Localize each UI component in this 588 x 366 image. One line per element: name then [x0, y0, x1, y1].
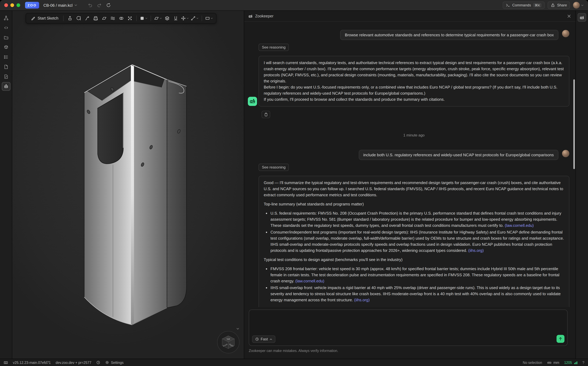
- redo-icon[interactable]: [97, 3, 102, 8]
- chevron-down-icon: [581, 4, 584, 6]
- chat-scrollbar[interactable]: [573, 79, 575, 169]
- titlebar: ZOO CB-06 / main.kcl Commands: [0, 0, 588, 11]
- settings-label: Settings: [111, 361, 124, 364]
- send-icon: [558, 337, 563, 341]
- copy-icon: [264, 112, 268, 117]
- close-panel-button[interactable]: [567, 14, 572, 18]
- zookeeper-panel-icon[interactable]: [2, 82, 10, 91]
- zookeeper-avatar: [248, 97, 257, 106]
- user-menu[interactable]: [573, 2, 584, 8]
- user-avatar: [562, 150, 569, 157]
- user-avatar: [573, 2, 580, 8]
- settings-button[interactable]: Settings: [105, 360, 124, 365]
- mode-label: Fast: [261, 337, 268, 341]
- model-speed-selector[interactable]: Fast: [252, 336, 275, 343]
- panel-title: Zookeeper: [255, 14, 274, 18]
- signal-icon: [574, 361, 577, 364]
- terminal-icon: [506, 3, 510, 7]
- network-latency[interactable]: 1205: [564, 361, 577, 364]
- refresh-icon[interactable]: [106, 3, 111, 8]
- chat-input[interactable]: [253, 312, 564, 333]
- project-name: CB-06 / main.kcl: [43, 3, 73, 8]
- commands-label: Commands: [512, 3, 531, 7]
- modeling-viewport[interactable]: Start Sketch: [12, 11, 244, 359]
- assistant-list: U.S. federal requirements: FMVSS No. 208…: [264, 210, 564, 254]
- selection-status: No selection: [523, 361, 542, 364]
- chevron-down-icon: [74, 4, 78, 6]
- share-icon: [551, 3, 555, 7]
- left-sidebar: [0, 11, 12, 359]
- view-gizmo[interactable]: Top Front Right: [217, 331, 240, 353]
- copy-message-button[interactable]: [262, 111, 270, 118]
- citation-link[interactable]: (iihs.org): [354, 298, 370, 302]
- user-message-row: include both U.S. regulatory references …: [259, 150, 569, 160]
- window-controls: [4, 3, 20, 7]
- assistant-message-wrap: I will search current standards, regulat…: [259, 56, 569, 107]
- assistant-bullet: Consumer/independent test programs (impo…: [270, 229, 564, 254]
- assistant-message: Good — I'll summarize the typical regula…: [259, 176, 569, 307]
- file-pen-icon[interactable]: [2, 72, 10, 81]
- assistant-paragraph: I will search current standards, regulat…: [264, 60, 564, 84]
- send-message-button[interactable]: [557, 335, 564, 343]
- titlebar-actions: Commands ⌘K Share: [503, 1, 584, 9]
- see-reasoning-button[interactable]: See reasoning: [259, 164, 289, 171]
- latency-value: 1205: [564, 361, 572, 364]
- assistant-bullet: FMVSS 208 frontal barrier: vehicle test …: [270, 266, 564, 284]
- citation-link[interactable]: (law.cornell.edu): [295, 279, 324, 283]
- code-icon[interactable]: [2, 23, 10, 32]
- zoo-design-studio-window: ZOO CB-06 / main.kcl Commands: [0, 0, 588, 366]
- commands-button[interactable]: Commands ⌘K: [503, 1, 545, 9]
- close-window-button[interactable]: [4, 3, 8, 7]
- gizmo-menu-chevron-icon[interactable]: [236, 328, 239, 330]
- zookeeper-icon: [248, 14, 253, 18]
- feature-tree-icon[interactable]: [2, 14, 10, 22]
- undo-icon[interactable]: [88, 3, 93, 8]
- assistant-heading: Top-line summary (what standards and pro…: [264, 201, 564, 207]
- clock-icon: [255, 337, 259, 341]
- crash-box-model[interactable]: [12, 11, 244, 359]
- timestamp: 1 minute ago: [259, 133, 569, 137]
- file-icon[interactable]: [2, 63, 10, 71]
- zookeeper-header: Zookeeper: [244, 11, 575, 22]
- help-icon[interactable]: ?: [582, 361, 584, 364]
- environment-label[interactable]: dev.zoo.dev + pr=2577: [56, 361, 91, 364]
- project-files-icon[interactable]: [2, 33, 10, 42]
- zoo-logo[interactable]: ZOO: [25, 2, 39, 8]
- assistant-heading: Typical test conditions to design agains…: [264, 257, 564, 263]
- share-button[interactable]: Share: [548, 1, 570, 9]
- see-reasoning-button[interactable]: See reasoning: [259, 44, 289, 51]
- disclaimer-text: Zookeeper can make mistakes. Always veri…: [249, 349, 575, 353]
- zookeeper-toggle-icon[interactable]: [578, 13, 586, 22]
- user-message: Browse relevant automotive standards and…: [340, 30, 558, 40]
- assistant-list: FMVSS 208 frontal barrier: vehicle test …: [264, 266, 564, 303]
- zoom-window-button[interactable]: [16, 3, 20, 7]
- right-sidebar: [575, 11, 588, 359]
- user-message: include both U.S. regulatory references …: [359, 150, 558, 160]
- statusbar: v25.12.23-main.07efd71 dev.zoo.dev + pr=…: [0, 359, 588, 366]
- app-version[interactable]: v25.12.23-main.07efd71: [13, 361, 51, 364]
- gear-icon: [105, 360, 109, 365]
- assistant-bullet: U.S. federal requirements: FMVSS No. 208…: [270, 210, 564, 229]
- assistant-message-wrap: Good — I'll summarize the typical regula…: [259, 176, 569, 307]
- minimize-window-button[interactable]: [10, 3, 14, 7]
- assistant-paragraph: Good — I'll summarize the typical regula…: [264, 180, 564, 198]
- units-selector[interactable]: mm: [547, 361, 559, 364]
- assistant-paragraph: If you confirm, I'll proceed to browse a…: [264, 96, 564, 103]
- user-avatar: [562, 30, 569, 37]
- citation-link[interactable]: (law.cornell.edu): [505, 223, 533, 228]
- history-controls: [88, 3, 111, 8]
- chat-messages[interactable]: Browse relevant automotive standards and…: [244, 22, 575, 307]
- share-label: Share: [557, 3, 567, 7]
- assistant-paragraph: Before I begin: do you want U.S.-focused…: [264, 84, 564, 96]
- panel-spacer: [244, 353, 575, 359]
- user-message-row: Browse relevant automotive standards and…: [259, 30, 569, 40]
- ruler-icon: [547, 361, 552, 364]
- chevron-up-icon: [270, 338, 273, 340]
- citation-link[interactable]: (iihs.org): [468, 248, 484, 253]
- keyboard-icon[interactable]: [4, 361, 8, 364]
- clock-icon[interactable]: [96, 360, 100, 365]
- assistant-message: I will search current standards, regulat…: [259, 56, 569, 107]
- variables-icon[interactable]: [2, 53, 10, 61]
- export-icon[interactable]: [2, 43, 10, 52]
- project-breadcrumb[interactable]: CB-06 / main.kcl: [43, 3, 78, 8]
